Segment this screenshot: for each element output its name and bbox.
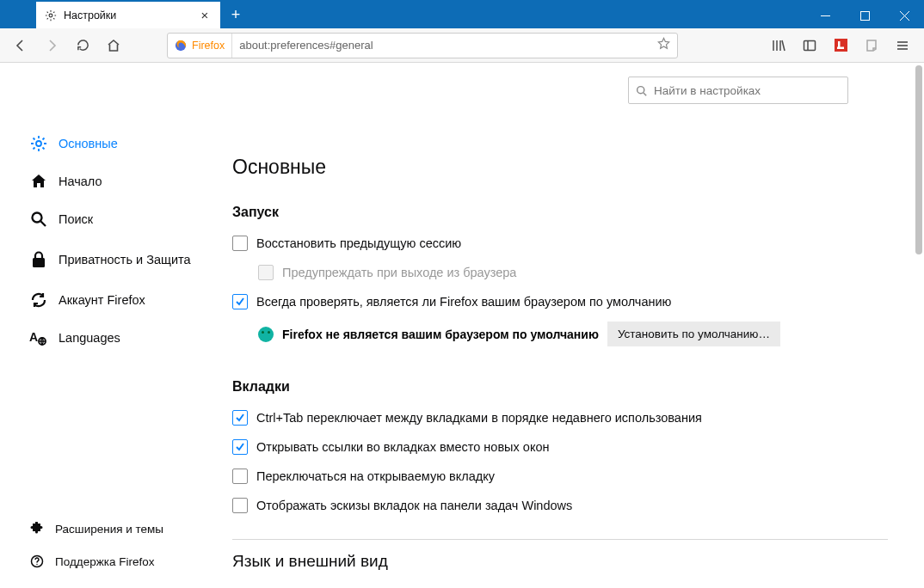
- preferences-search[interactable]: [628, 77, 848, 104]
- new-tab-button[interactable]: +: [224, 3, 248, 27]
- checkbox-open-linksabs[interactable]: [232, 439, 248, 455]
- menu-button[interactable]: [888, 32, 917, 59]
- svg-line-9: [782, 40, 785, 51]
- lang-heading: Язык и внешний вид: [232, 552, 888, 571]
- label-ctrltab: Ctrl+Tab переключает между вкладками в п…: [256, 411, 702, 425]
- sidebar-item-languages[interactable]: A Languages: [29, 319, 198, 357]
- checkbox-restore-session[interactable]: [232, 236, 248, 251]
- sidebar-toggle-icon[interactable]: [795, 32, 824, 59]
- sidebar-item-label: Поиск: [59, 212, 93, 226]
- back-button[interactable]: [7, 32, 34, 59]
- gear-icon: [45, 9, 57, 21]
- checkbox-thumbs[interactable]: [232, 498, 248, 513]
- close-window-button[interactable]: [884, 3, 924, 28]
- row-default-browser: Firefox не является вашим браузером по у…: [258, 322, 888, 346]
- sidebar-item-support[interactable]: Поддержка Firefox: [29, 545, 198, 578]
- svg-rect-10: [804, 40, 816, 50]
- sidebar-item-label: Languages: [59, 331, 120, 345]
- bookmark-star-icon[interactable]: [650, 37, 677, 53]
- label-thumbs: Отображать эскизы вкладок на панели зада…: [256, 499, 572, 512]
- svg-rect-21: [33, 258, 45, 267]
- lock-icon: [29, 250, 48, 269]
- forward-button[interactable]: [38, 32, 65, 59]
- label-warn-quit: Предупреждать при выходе из браузера: [282, 266, 516, 279]
- checkbox-ctrltab[interactable]: [232, 410, 248, 426]
- row-thumbs: Отображать эскизы вкладок на панели зада…: [232, 491, 888, 520]
- separator: [232, 539, 888, 540]
- home-button[interactable]: [100, 32, 127, 59]
- tab-title: Настройки: [64, 9, 198, 21]
- identity-box[interactable]: Firefox: [168, 34, 232, 58]
- titlebar: Настройки × +: [0, 0, 924, 28]
- not-default-text: Firefox не является вашим браузером по у…: [282, 328, 599, 341]
- sad-face-icon: [258, 327, 274, 342]
- toolbar: Firefox: [0, 28, 924, 63]
- sidebar-item-label: Начало: [59, 175, 102, 188]
- tab-close-icon[interactable]: ×: [198, 9, 212, 22]
- svg-point-27: [638, 86, 644, 93]
- row-ctrltab: Ctrl+Tab переключает между вкладками в п…: [232, 403, 888, 432]
- identity-label: Firefox: [192, 40, 225, 52]
- page-title: Основные: [232, 104, 888, 179]
- content-area: Основные Начало Поиск Приватность и Защи…: [0, 63, 924, 588]
- sync-icon: [29, 291, 48, 309]
- svg-rect-12: [835, 39, 847, 52]
- help-icon: [29, 554, 45, 569]
- row-switch: Переключаться на открываемую вкладку: [232, 462, 888, 491]
- row-warn-quit: Предупреждать при выходе из браузера: [232, 258, 888, 287]
- firefox-icon: [175, 40, 187, 52]
- url-input[interactable]: [232, 39, 650, 52]
- browser-tab[interactable]: Настройки ×: [36, 2, 220, 28]
- notes-icon[interactable]: [857, 32, 886, 59]
- label-restore-session: Восстановить предыдущую сессию: [256, 236, 461, 250]
- row-open-links: Открывать ссылки во вкладках вместо новы…: [232, 432, 888, 462]
- svg-point-18: [36, 141, 41, 146]
- sidebar-item-privacy[interactable]: Приватность и Защита: [29, 238, 198, 281]
- sidebar-item-label: Основные: [59, 137, 118, 150]
- tabs-heading: Вкладки: [232, 379, 888, 395]
- row-restore-session: Восстановить предыдущую сессию: [232, 229, 888, 258]
- sidebar-item-general[interactable]: Основные: [29, 125, 198, 162]
- gear-icon: [29, 134, 48, 153]
- sidebar-item-label: Поддержка Firefox: [55, 555, 154, 568]
- library-icon[interactable]: [764, 32, 793, 59]
- search-icon: [29, 210, 48, 229]
- main-panel: Основные Запуск Восстановить предыдущую …: [198, 63, 924, 588]
- sidebar-item-label: Расширения и темы: [55, 523, 163, 536]
- url-bar[interactable]: Firefox: [167, 33, 678, 58]
- scrollbar[interactable]: [915, 65, 922, 254]
- maximize-button[interactable]: [845, 3, 884, 28]
- svg-point-0: [49, 14, 52, 17]
- preferences-sidebar: Основные Начало Поиск Приватность и Защи…: [0, 63, 198, 588]
- sidebar-item-label: Приватность и Защита: [59, 252, 191, 267]
- svg-rect-2: [860, 11, 869, 20]
- search-icon: [636, 85, 647, 96]
- label-switch: Переключаться на открываемую вкладку: [256, 469, 495, 483]
- home-icon: [29, 172, 48, 191]
- preferences-search-input[interactable]: [654, 84, 841, 97]
- sidebar-item-home[interactable]: Начало: [29, 162, 198, 200]
- window-controls: [805, 3, 924, 28]
- sidebar-item-extensions[interactable]: Расширения и темы: [29, 512, 198, 545]
- label-always-check: Всегда проверять, является ли Firefox ва…: [256, 295, 671, 309]
- sidebar-item-account[interactable]: Аккаунт Firefox: [29, 281, 198, 319]
- languages-icon: A: [29, 328, 48, 347]
- svg-point-19: [33, 213, 42, 223]
- reload-button[interactable]: [69, 32, 96, 59]
- extension-icon[interactable]: [826, 32, 855, 59]
- svg-text:A: A: [29, 330, 38, 344]
- sidebar-item-label: Аккаунт Firefox: [59, 293, 145, 307]
- svg-point-26: [36, 564, 37, 565]
- label-open-links: Открывать ссылки во вкладках вместо новы…: [256, 440, 549, 454]
- svg-line-28: [644, 92, 646, 95]
- svg-line-20: [41, 222, 46, 227]
- svg-rect-14: [837, 47, 844, 50]
- minimize-button[interactable]: [805, 3, 845, 28]
- checkbox-always-check[interactable]: [232, 294, 248, 309]
- row-always-check: Всегда проверять, является ли Firefox ва…: [232, 287, 888, 316]
- startup-heading: Запуск: [232, 205, 888, 220]
- checkbox-switch[interactable]: [232, 469, 248, 484]
- set-default-button[interactable]: Установить по умолчанию…: [607, 322, 780, 346]
- sidebar-item-search[interactable]: Поиск: [29, 200, 198, 238]
- checkbox-warn-quit: [258, 265, 274, 280]
